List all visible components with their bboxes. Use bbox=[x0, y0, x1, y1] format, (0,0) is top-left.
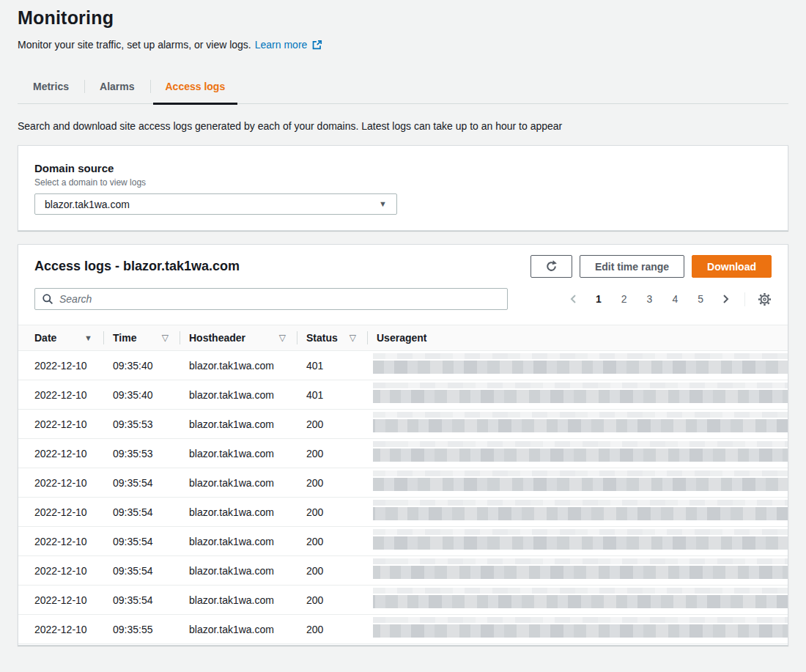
column-label: Useragent bbox=[377, 332, 426, 344]
cell-status: 200 bbox=[297, 615, 368, 644]
cell-time: 09:35:54 bbox=[104, 527, 180, 556]
cell-hostheader: blazor.tak1wa.com bbox=[180, 468, 297, 498]
page-number-1[interactable]: 1 bbox=[589, 292, 608, 306]
cell-date: 2022-12-10 bbox=[18, 556, 104, 586]
chevron-down-icon: ▼ bbox=[379, 200, 387, 208]
page-number-3[interactable]: 3 bbox=[640, 292, 659, 306]
domain-select[interactable]: blazor.tak1wa.com ▼ bbox=[34, 193, 397, 215]
cell-status: 200 bbox=[297, 527, 368, 556]
next-page-button[interactable] bbox=[717, 292, 734, 306]
cell-time: 09:35:40 bbox=[104, 380, 180, 410]
redacted-useragent-blur bbox=[368, 351, 788, 380]
cell-useragent-redacted bbox=[368, 439, 788, 468]
cell-status: 200 bbox=[297, 468, 368, 498]
access-logs-title: Access logs - blazor.tak1wa.com bbox=[34, 259, 240, 274]
page-number-2[interactable]: 2 bbox=[615, 292, 634, 306]
cell-useragent-redacted bbox=[368, 527, 788, 556]
table-row: 2022-12-10 09:35:53 blazor.tak1wa.com 20… bbox=[18, 410, 788, 439]
redacted-useragent-blur bbox=[368, 527, 788, 555]
column-header-status[interactable]: Status ▽ bbox=[297, 325, 368, 351]
previous-page-button[interactable] bbox=[565, 292, 583, 306]
cell-time: 09:35:54 bbox=[104, 556, 180, 586]
domain-select-value: blazor.tak1wa.com bbox=[45, 199, 130, 210]
table-row: 2022-12-10 09:35:40 blazor.tak1wa.com 40… bbox=[18, 380, 788, 410]
table-row: 2022-12-10 09:35:55 blazor.tak1wa.com 20… bbox=[18, 615, 788, 644]
cell-date: 2022-12-10 bbox=[18, 615, 104, 644]
cell-time: 09:35:54 bbox=[104, 586, 180, 615]
cell-useragent-redacted bbox=[368, 380, 788, 410]
cell-hostheader: blazor.tak1wa.com bbox=[180, 439, 297, 468]
table-row: 2022-12-10 09:35:53 blazor.tak1wa.com 20… bbox=[18, 439, 788, 468]
sort-icon: ▽ bbox=[279, 333, 286, 342]
cell-date: 2022-12-10 bbox=[18, 351, 104, 380]
column-header-date[interactable]: Date ▼ bbox=[18, 325, 104, 351]
redacted-useragent-blur bbox=[368, 556, 788, 585]
redacted-useragent-blur bbox=[368, 468, 788, 497]
tab-access-logs[interactable]: Access logs bbox=[150, 71, 241, 103]
cell-time: 09:35:40 bbox=[104, 351, 180, 380]
edit-time-range-label: Edit time range bbox=[595, 261, 669, 273]
cell-hostheader: blazor.tak1wa.com bbox=[180, 527, 297, 556]
cell-date: 2022-12-10 bbox=[18, 586, 104, 615]
cell-status: 200 bbox=[297, 498, 368, 527]
redacted-useragent-blur bbox=[368, 380, 788, 409]
redacted-useragent-blur bbox=[368, 615, 788, 643]
domain-source-hint: Select a domain to view logs bbox=[34, 177, 772, 188]
cell-useragent-redacted bbox=[368, 556, 788, 586]
redacted-useragent-blur bbox=[368, 410, 788, 438]
learn-more-link[interactable]: Learn more bbox=[255, 39, 323, 51]
download-label: Download bbox=[707, 261, 756, 273]
redacted-useragent-blur bbox=[368, 439, 788, 468]
column-header-time[interactable]: Time ▽ bbox=[104, 325, 180, 351]
section-description: Search and download site access logs gen… bbox=[18, 120, 788, 132]
cell-hostheader: blazor.tak1wa.com bbox=[180, 586, 297, 615]
cell-useragent-redacted bbox=[368, 615, 788, 644]
cell-time: 09:35:54 bbox=[104, 468, 180, 498]
tab-metrics[interactable]: Metrics bbox=[18, 71, 84, 103]
cell-status: 200 bbox=[297, 410, 368, 439]
cell-time: 09:35:53 bbox=[104, 410, 180, 439]
pagination: 1 2 3 4 5 bbox=[565, 292, 734, 306]
refresh-icon bbox=[544, 259, 558, 273]
cell-hostheader: blazor.tak1wa.com bbox=[180, 615, 297, 644]
refresh-button[interactable] bbox=[530, 255, 572, 278]
table-settings-button[interactable] bbox=[744, 292, 772, 306]
sort-desc-icon: ▼ bbox=[84, 334, 92, 342]
cell-status: 200 bbox=[297, 586, 368, 615]
column-header-hostheader[interactable]: Hostheader ▽ bbox=[180, 325, 297, 351]
cell-time: 09:35:53 bbox=[104, 439, 180, 468]
gear-icon bbox=[758, 292, 772, 306]
cell-status: 401 bbox=[297, 380, 368, 410]
column-label: Date bbox=[34, 332, 56, 344]
cell-status: 200 bbox=[297, 439, 368, 468]
cell-hostheader: blazor.tak1wa.com bbox=[180, 351, 297, 380]
cell-hostheader: blazor.tak1wa.com bbox=[180, 556, 297, 586]
search-input[interactable] bbox=[34, 288, 508, 310]
learn-more-label: Learn more bbox=[255, 39, 308, 51]
cell-useragent-redacted bbox=[368, 351, 788, 380]
domain-source-card: Domain source Select a domain to view lo… bbox=[18, 145, 788, 231]
cell-time: 09:35:54 bbox=[104, 498, 180, 527]
cell-useragent-redacted bbox=[368, 468, 788, 498]
table-row: 2022-12-10 09:35:54 blazor.tak1wa.com 20… bbox=[18, 556, 788, 586]
page-number-4[interactable]: 4 bbox=[665, 292, 684, 306]
column-header-useragent: Useragent bbox=[368, 325, 788, 351]
chevron-right-icon bbox=[720, 293, 731, 305]
edit-time-range-button[interactable]: Edit time range bbox=[580, 255, 684, 278]
access-logs-card: Access logs - blazor.tak1wa.com Edit tim… bbox=[18, 244, 788, 646]
cell-date: 2022-12-10 bbox=[18, 498, 104, 527]
download-button[interactable]: Download bbox=[692, 255, 772, 278]
column-label: Hostheader bbox=[189, 332, 245, 344]
cell-useragent-redacted bbox=[368, 410, 788, 439]
page-number-5[interactable]: 5 bbox=[691, 292, 710, 306]
tab-bar: Metrics Alarms Access logs bbox=[18, 71, 788, 104]
cell-hostheader: blazor.tak1wa.com bbox=[180, 380, 297, 410]
cell-useragent-redacted bbox=[368, 498, 788, 527]
tab-alarms[interactable]: Alarms bbox=[84, 71, 149, 103]
sort-icon: ▽ bbox=[162, 333, 169, 342]
redacted-useragent-blur bbox=[368, 498, 788, 526]
domain-source-label: Domain source bbox=[34, 162, 772, 174]
table-row: 2022-12-10 09:35:40 blazor.tak1wa.com 40… bbox=[18, 351, 788, 380]
cell-hostheader: blazor.tak1wa.com bbox=[180, 498, 297, 527]
cell-time: 09:35:55 bbox=[104, 615, 180, 644]
